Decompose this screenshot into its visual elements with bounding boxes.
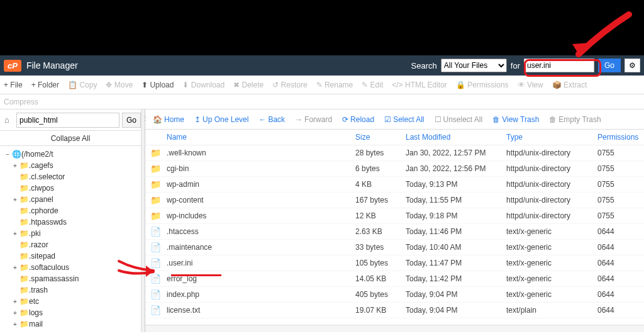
main-toolbar: + File+ Folder📋 Copy✥ Move⬆ Upload⬇ Down…	[0, 76, 644, 94]
toolbar-item: </> HTML Editor	[392, 81, 447, 89]
table-row[interactable]: .htaccess2.63 KBToday, 11:46 PMtext/x-ge…	[142, 224, 644, 240]
table-row[interactable]: .well-known28 bytesJan 30, 2022, 12:57 P…	[142, 145, 644, 161]
toggle-icon[interactable]: +	[11, 264, 19, 271]
file-permissions: 0755	[597, 211, 641, 220]
file-name: wp-includes	[167, 211, 355, 220]
toggle-icon[interactable]: +	[11, 298, 19, 305]
file-modified: Jan 30, 2022, 12:56 PM	[406, 164, 506, 173]
file-size: 405 bytes	[355, 290, 406, 299]
file-permissions: 0755	[597, 164, 641, 173]
toolbar-item: ✎ Rename	[316, 81, 353, 89]
reload-button[interactable]: ⟳Reload	[342, 115, 374, 124]
table-row[interactable]: wp-admin4 KBToday, 9:13 PMhttpd/unix-dir…	[142, 177, 644, 193]
toolbar-item: ✖ Delete	[233, 81, 264, 89]
file-permissions: 0644	[597, 227, 641, 236]
table-row[interactable]: wp-content167 bytesToday, 11:55 PMhttpd/…	[142, 193, 644, 208]
path-go-button[interactable]: Go	[122, 113, 141, 128]
path-input[interactable]	[16, 113, 119, 128]
tree-item[interactable]: +logs	[1, 307, 140, 318]
file-modified: Today, 9:04 PM	[406, 290, 506, 299]
select-all-button[interactable]: ☑Select All	[384, 115, 424, 124]
file-permissions: 0644	[597, 274, 641, 283]
table-row[interactable]: error_log14.05 KBToday, 11:42 PMtext/x-g…	[142, 271, 644, 287]
tree-item[interactable]: .cl.selector	[1, 171, 140, 182]
tree-item[interactable]: .trash	[1, 284, 140, 296]
table-row[interactable]: cgi-bin6 bytesJan 30, 2022, 12:56 PMhttp…	[142, 161, 644, 177]
home-icon[interactable]: ⌂	[0, 115, 14, 125]
col-perm[interactable]: Permissions	[597, 133, 641, 142]
toggle-icon[interactable]: +	[11, 162, 19, 169]
secondary-toolbar: Compress	[0, 94, 644, 109]
toolbar-item: 📦 Extract	[552, 81, 587, 89]
tree-item[interactable]: +.cagefs	[1, 160, 140, 171]
back-button[interactable]: ←Back	[258, 115, 285, 124]
folder-icon	[149, 148, 162, 158]
file-modified: Today, 11:47 PM	[406, 259, 506, 267]
search-go-button[interactable]: Go	[598, 59, 621, 72]
file-modified: Today, 9:04 PM	[406, 306, 506, 315]
tree-item-label: .cpanel	[29, 195, 53, 204]
checkbox-icon: ☑	[384, 115, 391, 124]
table-row[interactable]: .user.ini105 bytesToday, 11:47 PMtext/x-…	[142, 255, 644, 271]
unselect-all-button[interactable]: ☐Unselect All	[435, 115, 483, 124]
resize-handle[interactable]	[142, 109, 145, 332]
table-row[interactable]: license.txt19.07 KBToday, 9:04 PMtext/pl…	[142, 303, 644, 318]
file-permissions: 0644	[597, 243, 641, 252]
table-row[interactable]: wp-includes12 KBToday, 9:18 PMhttpd/unix…	[142, 208, 644, 224]
view-trash-button[interactable]: 🗑View Trash	[492, 115, 539, 124]
tree-item[interactable]: +.softaculous	[1, 262, 140, 273]
gear-icon: ⚙	[629, 61, 636, 70]
toggle-icon[interactable]: +	[11, 196, 19, 203]
tree-item-label: etc	[29, 297, 39, 306]
file-name: error_log	[167, 274, 355, 283]
tree-item-label: .clwpos	[29, 184, 54, 193]
toolbar-item[interactable]: + File	[4, 81, 23, 89]
col-type[interactable]: Type	[506, 133, 597, 142]
tree-item[interactable]: .htpasswds	[1, 216, 140, 228]
tree-item[interactable]: .clwpos	[1, 182, 140, 194]
col-size[interactable]: Size	[355, 133, 406, 142]
folder-icon	[19, 172, 29, 181]
table-row[interactable]: index.php405 bytesToday, 9:04 PMtext/x-g…	[142, 287, 644, 303]
tree-item[interactable]: .spamassassin	[1, 273, 140, 284]
home-button[interactable]: 🏠Home	[153, 115, 184, 124]
toggle-icon[interactable]: +	[11, 310, 19, 316]
file-name: license.txt	[167, 306, 355, 315]
toolbar-item[interactable]: + Folder	[31, 81, 59, 89]
file-size: 28 bytes	[355, 148, 406, 157]
folder-icon	[19, 297, 29, 306]
tree-item[interactable]: .cphorde	[1, 205, 140, 216]
tree-item-label: .cl.selector	[29, 172, 65, 181]
search-input[interactable]	[524, 59, 594, 72]
col-modified[interactable]: Last Modified	[406, 133, 506, 142]
file-icon	[149, 274, 162, 284]
file-icon	[149, 242, 162, 252]
toggle-icon[interactable]: −	[4, 151, 11, 158]
tree-item[interactable]: .sitepad	[1, 250, 140, 262]
table-row[interactable]: .maintenance33 bytesToday, 10:40 AMtext/…	[142, 240, 644, 255]
folder-icon	[19, 195, 29, 204]
collapse-all-button[interactable]: Collapse All	[0, 131, 141, 146]
file-name: wp-admin	[167, 180, 355, 189]
tree-item[interactable]: +.cpanel	[1, 194, 140, 205]
tree-item[interactable]: +.pki	[1, 228, 140, 239]
empty-trash-button[interactable]: 🗑Empty Trash	[549, 115, 601, 124]
toolbar-item[interactable]: ⬆ Upload	[142, 81, 174, 89]
file-modified: Today, 9:18 PM	[406, 211, 506, 220]
tree-item[interactable]: +mail	[1, 318, 140, 330]
tree-root[interactable]: − (/home2/t	[1, 148, 140, 160]
up-one-level-button[interactable]: ↥Up One Level	[194, 115, 248, 124]
tree-item[interactable]: .razor	[1, 239, 140, 250]
compress-button[interactable]: Compress	[4, 98, 38, 106]
col-name[interactable]: Name	[167, 133, 355, 142]
settings-button[interactable]: ⚙	[625, 59, 640, 72]
grid-header: Name Size Last Modified Type Permissions	[142, 130, 644, 145]
folder-icon	[149, 211, 162, 221]
search-scope-select[interactable]: All Your Files	[441, 59, 507, 72]
toggle-icon[interactable]: +	[11, 230, 19, 237]
forward-button[interactable]: →Forward	[295, 115, 332, 124]
horizontal-scrollbar[interactable]	[142, 325, 644, 332]
toggle-icon[interactable]: +	[11, 321, 19, 328]
tree-item[interactable]: +etc	[1, 296, 140, 307]
file-name: .htaccess	[167, 227, 355, 236]
